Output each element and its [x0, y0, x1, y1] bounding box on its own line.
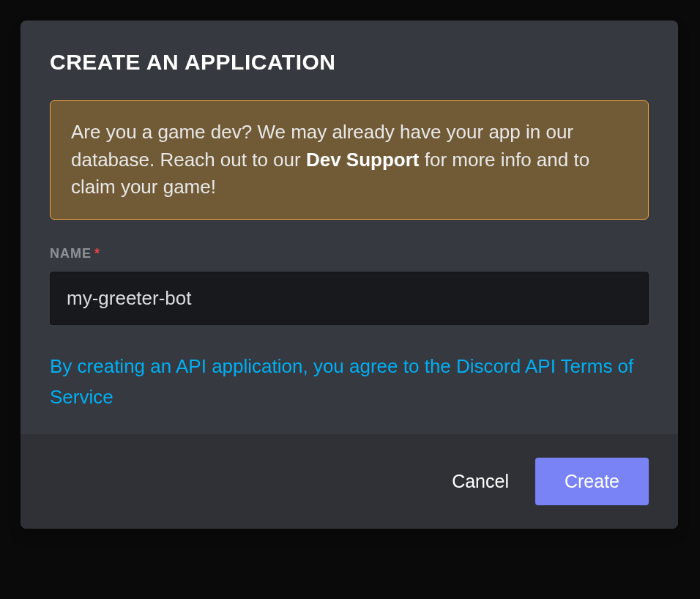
- create-button[interactable]: Create: [535, 458, 649, 505]
- name-label-text: NAME: [50, 246, 92, 261]
- game-dev-notice: Are you a game dev? We may already have …: [50, 100, 649, 220]
- create-application-modal: CREATE AN APPLICATION Are you a game dev…: [21, 21, 678, 529]
- modal-body: CREATE AN APPLICATION Are you a game dev…: [21, 21, 678, 434]
- modal-footer: Cancel Create: [21, 434, 678, 529]
- required-asterisk: *: [94, 246, 100, 261]
- name-field-label: NAME*: [50, 246, 649, 261]
- modal-title: CREATE AN APPLICATION: [50, 50, 649, 75]
- notice-text: Are you a game dev? We may already have …: [71, 119, 628, 201]
- dev-support-link[interactable]: Dev Support: [306, 149, 420, 171]
- cancel-button[interactable]: Cancel: [446, 464, 515, 499]
- tos-link[interactable]: By creating an API application, you agre…: [50, 351, 649, 412]
- name-input[interactable]: [50, 272, 649, 325]
